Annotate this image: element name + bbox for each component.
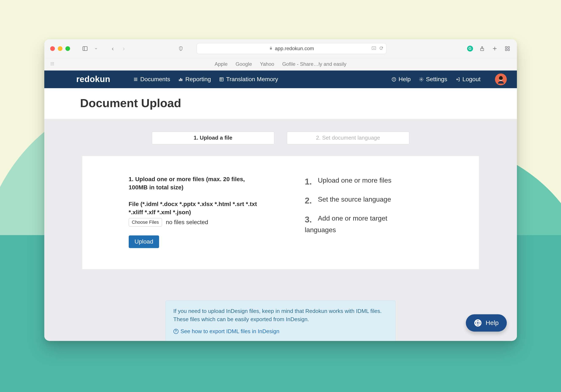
info-link[interactable]: ? See how to export IDML files in InDesi… xyxy=(173,327,280,336)
bookmark-gofile[interactable]: Gofile - Share…ly and easily xyxy=(282,61,346,67)
step-text-1: Upload one or more files xyxy=(318,176,392,187)
nav-logout[interactable]: Logout xyxy=(455,76,481,83)
toolbar-dropdown-icon[interactable] xyxy=(92,45,100,52)
tab-step-2-label: 2. Set document language xyxy=(316,135,380,141)
svg-point-18 xyxy=(53,64,54,64)
upload-button[interactable]: Upload xyxy=(129,235,159,248)
svg-rect-26 xyxy=(180,78,181,81)
new-tab-icon[interactable] xyxy=(491,45,498,52)
question-circle-icon: ? xyxy=(173,329,179,334)
fullscreen-window-icon[interactable] xyxy=(65,46,70,51)
nav-tm-label: Translation Memory xyxy=(226,76,278,83)
list-item: 2. Set the source language xyxy=(305,195,456,206)
list-item: 3. Add one or more target xyxy=(305,214,456,225)
svg-rect-22 xyxy=(134,78,137,78)
svg-point-36 xyxy=(476,322,479,324)
step-text-3: Add one or more target xyxy=(318,214,387,225)
svg-point-21 xyxy=(53,64,54,65)
minimize-window-icon[interactable] xyxy=(58,46,63,51)
step-text-3-cont: languages xyxy=(305,226,456,234)
tabs-overview-icon[interactable] xyxy=(504,45,511,52)
share-icon[interactable] xyxy=(478,45,486,52)
sidebar-toggle-icon[interactable] xyxy=(81,45,89,52)
info-text: If you need to upload InDesign files, ke… xyxy=(173,307,388,323)
window-controls xyxy=(50,46,70,51)
step-text-2: Set the source language xyxy=(318,195,391,206)
bookmark-apple[interactable]: Apple xyxy=(215,61,227,67)
svg-rect-27 xyxy=(182,79,182,81)
reader-icon[interactable]: ⊕ xyxy=(371,45,377,52)
svg-text:⊕: ⊕ xyxy=(373,47,375,49)
svg-point-13 xyxy=(51,62,51,63)
url-text: app.redokun.com xyxy=(275,45,314,52)
file-types-label: File (*.idml *.docx *.pptx *.xlsx *.html… xyxy=(129,200,272,216)
no-files-selected-text: no files selected xyxy=(166,219,208,226)
bookmarks-grid-icon[interactable] xyxy=(50,62,54,67)
nav-settings-label: Settings xyxy=(426,76,447,83)
svg-point-33 xyxy=(421,79,422,80)
lifebuoy-icon xyxy=(474,319,482,327)
app-header: redokun Documents Reporting Translation … xyxy=(44,70,517,88)
step-tabs: 1. Upload a file 2. Set document languag… xyxy=(44,132,517,144)
forward-button-icon[interactable]: › xyxy=(120,45,128,52)
nav-translation-memory[interactable]: Translation Memory xyxy=(219,76,278,83)
nav-help-label: Help xyxy=(399,76,411,83)
grammarly-icon[interactable]: G xyxy=(467,45,473,52)
svg-rect-0 xyxy=(83,47,87,51)
logo[interactable]: redokun xyxy=(76,74,110,84)
tab-step-1[interactable]: 1. Upload a file xyxy=(152,132,274,144)
svg-point-16 xyxy=(51,64,51,64)
avatar[interactable] xyxy=(495,73,507,85)
nav-help[interactable]: ? Help xyxy=(391,76,411,83)
list-item: 1. Upload one or more files xyxy=(305,176,456,187)
step-number-1: 1. xyxy=(305,176,313,187)
upload-panel: 1. Upload one or more files (max. 20 fil… xyxy=(82,156,479,269)
address-bar[interactable]: app.redokun.com ⊕ xyxy=(197,43,387,54)
svg-rect-23 xyxy=(134,79,137,79)
close-window-icon[interactable] xyxy=(50,46,55,51)
browser-toolbar: ‹ › app.redokun.com ⊕ G xyxy=(44,39,517,58)
svg-point-17 xyxy=(52,64,53,64)
svg-rect-10 xyxy=(508,47,509,48)
lock-icon xyxy=(269,46,273,51)
svg-point-20 xyxy=(52,64,53,65)
svg-rect-3 xyxy=(270,48,272,49)
steps-list: 1. Upload one or more files 2. Set the s… xyxy=(305,176,456,225)
svg-rect-25 xyxy=(179,79,180,81)
page-header: Document Upload xyxy=(44,88,517,119)
help-widget-label: Help xyxy=(486,319,499,326)
reload-icon[interactable] xyxy=(379,45,383,52)
page-title: Document Upload xyxy=(80,96,517,110)
info-link-label: See how to export IDML files in InDesign xyxy=(181,327,280,336)
nav-logout-label: Logout xyxy=(463,76,481,83)
upload-heading: 1. Upload one or more files (max. 20 fil… xyxy=(129,175,247,191)
svg-rect-9 xyxy=(505,47,507,48)
nav-documents[interactable]: Documents xyxy=(133,76,170,83)
svg-point-14 xyxy=(52,62,53,63)
svg-text:?: ? xyxy=(393,78,395,81)
svg-point-19 xyxy=(51,64,51,65)
svg-rect-11 xyxy=(505,49,507,51)
svg-point-15 xyxy=(53,62,54,63)
tab-step-2[interactable]: 2. Set document language xyxy=(287,132,409,144)
tab-step-1-label: 1. Upload a file xyxy=(194,135,233,141)
bookmark-yahoo[interactable]: Yahoo xyxy=(260,61,274,67)
step-number-2: 2. xyxy=(305,195,313,206)
step-number-3: 3. xyxy=(305,214,313,225)
nav-settings[interactable]: Settings xyxy=(419,76,447,83)
main-area: 1. Upload a file 2. Set document languag… xyxy=(44,119,517,341)
svg-rect-12 xyxy=(508,49,509,51)
nav-reporting[interactable]: Reporting xyxy=(178,76,211,83)
bookmark-google[interactable]: Google xyxy=(236,61,252,67)
info-banner: If you need to upload InDesign files, ke… xyxy=(166,300,396,341)
back-button-icon[interactable]: ‹ xyxy=(109,45,117,52)
svg-rect-24 xyxy=(134,80,137,81)
nav-reporting-label: Reporting xyxy=(185,76,211,83)
choose-files-button[interactable]: Choose Files xyxy=(129,218,162,227)
browser-window: ‹ › app.redokun.com ⊕ G xyxy=(44,39,517,341)
svg-rect-28 xyxy=(220,78,223,81)
nav-documents-label: Documents xyxy=(140,76,170,83)
bookmarks-bar: Apple Google Yahoo Gofile - Share…ly and… xyxy=(44,58,517,70)
help-widget[interactable]: Help xyxy=(466,314,507,331)
privacy-shield-icon[interactable] xyxy=(177,45,184,52)
